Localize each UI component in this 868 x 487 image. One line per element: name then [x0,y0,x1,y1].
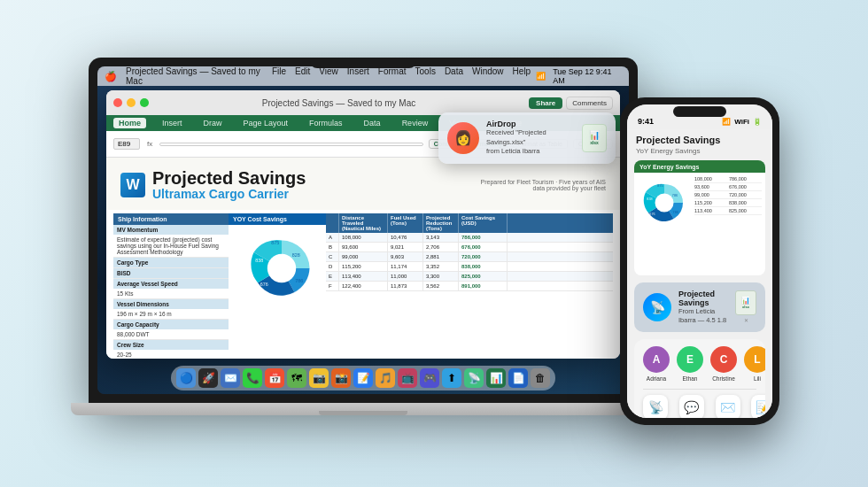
menu-format[interactable]: Format [378,66,407,86]
dock-trash-icon[interactable]: 🗑 [531,368,550,388]
menu-edit[interactable]: Edit [295,66,310,86]
ribbon-tab-review[interactable]: Review [397,118,434,128]
dock-calendar-icon[interactable]: 📅 [265,368,284,388]
contact-adriana[interactable]: A Adriana [643,346,670,382]
wifi-icon: WiFi [734,118,749,126]
signal-icon: 📶 [722,118,731,126]
chart-area: 786 676 838 875 828 [229,225,335,312]
dynamic-island [673,106,726,117]
capacity-value: 88,000 DWT [113,329,229,339]
battery-icon: 🔋 [753,118,762,126]
dock-camera-icon[interactable]: 📸 [331,368,351,388]
dock-music-icon[interactable]: 🎵 [376,368,395,388]
dock-reminders-icon[interactable]: 📝 [353,368,373,388]
formula-fx-label: fx [145,140,154,148]
menu-file[interactable]: File [272,66,286,86]
dock-word-icon[interactable]: 📄 [508,368,528,388]
messages-share-icon: 💬 [679,395,704,419]
close-icon[interactable]: ✕ [744,317,748,323]
info-row-bisd: BISD [113,268,229,279]
row-2-savings: 676,000 [459,243,508,251]
ribbon-tab-insert[interactable]: Insert [157,118,188,128]
contact-lili[interactable]: L Lili [744,346,765,382]
row-4-reduction: 3,352 [423,262,459,271]
desktop-background: 👩 AirDrop Received "Projected Savings.xl… [97,86,629,394]
ribbon-tab-formulas[interactable]: Formulas [304,118,348,128]
menu-data[interactable]: Data [445,66,463,86]
row-4-savings: 838,000 [459,262,508,271]
cell-reference-box[interactable]: E89 [113,138,140,150]
row-4-fuel: 11,174 [388,262,423,271]
ribbon-tab-home[interactable]: Home [113,118,146,128]
menu-window[interactable]: Window [472,66,504,86]
table-row: E 113,400 11,000 3,300 825,000 [326,272,613,282]
excel-window-title: Projected Savings — Saved to my Mac [154,98,523,108]
col-distance: Distance Traveled (Nautical Miles) [339,213,388,233]
close-button[interactable] [113,98,122,107]
row-1-distance: 108,000 [339,233,388,242]
dock-finder-icon[interactable]: 🔵 [176,368,196,388]
iphone-sheet-title: Projected Savings [634,135,765,145]
dock-launchpad-icon[interactable]: 🚀 [198,368,218,388]
col-num [326,213,339,233]
iphone-sheet-sub: YoY Energy Savings [634,147,765,155]
dock-photos-icon[interactable]: 📷 [309,368,329,388]
row-1-savings: 786,000 [459,233,508,242]
dock-facetime-icon[interactable]: 📞 [243,368,262,388]
share-option-notes[interactable]: 📝 Notes [751,395,765,419]
menu-help[interactable]: Help [513,66,531,86]
traffic-lights [113,98,149,107]
iphone-mini-row: 113,400 825,000 [694,208,762,215]
sheet-logo: W Projected Savings Ultramax Cargo Carri… [120,168,606,201]
share-option-messages[interactable]: 💬 Messages [678,395,705,419]
dock-maps-icon[interactable]: 🗺 [287,368,306,388]
dock-tv-icon[interactable]: 📺 [398,368,417,388]
projected-savings-title: Projected Savings [152,168,306,188]
menu-tools[interactable]: Tools [415,66,436,86]
share-option-mail[interactable]: ✉️ Mail [716,395,740,419]
comments-button[interactable]: Comments [566,97,613,110]
dock-mail-icon[interactable]: ✉️ [221,368,240,388]
svg-point-3 [655,194,674,213]
iphone-airdrop-notification[interactable]: 📡 Projected Savings From Leticia Ibarra … [634,282,765,332]
macbook: 🍎 Projected Savings — Saved to my Mac Fi… [89,58,638,429]
menu-view[interactable]: View [319,66,338,86]
airdrop-file-title: Projected Savings [678,290,728,307]
share-button[interactable]: Share [529,97,562,109]
crew-label: Crew Size [113,340,229,350]
contact-avatar-christine: C [710,346,737,373]
notes-share-icon: 📝 [751,395,765,419]
ribbon-tab-draw[interactable]: Draw [198,118,228,128]
iphone-mini-chart: 786 676 838 875 786 [638,176,691,229]
mac-airdrop-text: AirDrop Received "Projected Savings.xlsx… [486,120,575,157]
row-2-num: B [326,243,339,251]
dock-excel-icon[interactable]: 📊 [486,368,506,388]
contact-ethan[interactable]: E Ethan [677,346,703,382]
row-3-fuel: 9,603 [388,252,423,261]
mac-airdrop-title: AirDrop [486,120,575,128]
dock-appstore-icon[interactable]: ⬆ [442,368,461,388]
macbook-screen: 🍎 Projected Savings — Saved to my Mac Fi… [97,66,629,394]
dock-airdrop-icon[interactable]: 📡 [464,368,484,388]
iphone-yoy-header: YoY Energy Savings [639,164,699,170]
row-1-num: A [326,233,339,242]
mac-airdrop-file-icon: 📊 xlsx [582,124,607,152]
menu-excel[interactable]: Projected Savings — Saved to my Mac [126,66,263,86]
ribbon-tab-data[interactable]: Data [359,118,386,128]
speed-label: Average Vessel Speed [113,279,229,289]
ribbon-tab-page-layout[interactable]: Page Layout [238,118,294,128]
row-5-num: E [326,272,339,281]
iphone-spreadsheet-preview[interactable]: YoY Energy Savings 786 676 [634,160,765,275]
formula-input[interactable] [159,143,423,146]
excel-titlebar: Projected Savings — Saved to my Mac Shar… [106,90,620,115]
iphone-mini-row: 108,000 786,000 [694,176,762,183]
maximize-button[interactable] [140,98,149,107]
menu-insert[interactable]: Insert [347,66,369,86]
mac-airdrop-avatar: 👩 [447,122,479,154]
mac-airdrop-notification[interactable]: 👩 AirDrop Received "Projected Savings.xl… [438,112,616,164]
minimize-button[interactable] [127,98,136,107]
contact-christine[interactable]: C Christine [710,346,737,382]
share-option-airdrop[interactable]: 📡 AirDrop [643,395,668,419]
dock-arcade-icon[interactable]: 🎮 [420,368,439,388]
wifi-icon: 📶 [536,72,546,81]
